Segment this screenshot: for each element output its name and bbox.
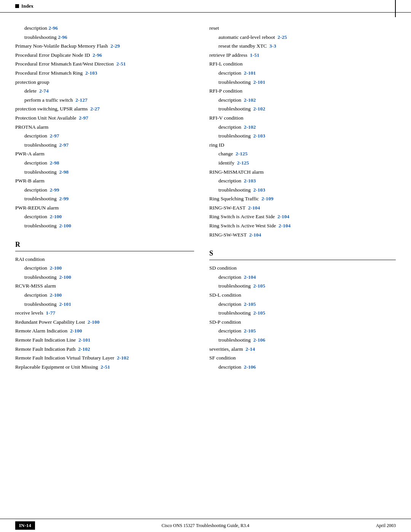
list-item: description 2-100 — [15, 291, 194, 299]
list-item: Remote Fault Indication Line 2-101 — [15, 336, 194, 344]
list-item: RFI-V condition — [209, 114, 396, 122]
left-column: description 2-96 troubleshooting 2-96 Pr… — [15, 24, 206, 372]
list-item: PROTNA alarm — [15, 123, 194, 131]
list-item: RFI-L condition — [209, 60, 396, 68]
list-item: description 2-102 — [209, 96, 396, 104]
list-item: troubleshooting 2-101 — [15, 300, 194, 308]
list-item: troubleshooting 2-100 — [15, 222, 194, 230]
list-item: description 2-97 — [15, 132, 194, 140]
list-item: description 2-105 — [209, 327, 396, 335]
list-item: RCVR-MISS alarm — [15, 282, 194, 290]
footer: IN-14 Cisco ONS 15327 Troubleshooting Gu… — [0, 519, 411, 532]
list-item: PWR-A alarm — [15, 150, 194, 158]
list-item: description 2-102 — [209, 123, 396, 131]
list-item: RFI-P condition — [209, 87, 396, 95]
list-item: Remote Fault Indication Virtual Tributar… — [15, 354, 194, 362]
section-divider — [15, 251, 194, 251]
list-item: troubleshooting 2-106 — [209, 336, 396, 344]
list-item: troubleshooting 2-100 — [15, 273, 194, 281]
list-item: PWR-B alarm — [15, 177, 194, 185]
section-letter-r: R — [15, 241, 194, 249]
top-bar: Index — [0, 0, 411, 13]
list-item: Ring Squelching Traffic 2-109 — [209, 195, 396, 203]
list-item: SD-P condition — [209, 318, 396, 326]
list-item: receive levels 1-77 — [15, 309, 194, 317]
section-letter-s: S — [209, 249, 396, 257]
list-item: change 2-125 — [209, 150, 396, 158]
list-item: description 2-99 — [15, 186, 194, 194]
list-item: description 2-98 — [15, 159, 194, 167]
list-item: SD condition — [209, 264, 396, 272]
index-label: Index — [15, 3, 33, 9]
list-item: Remote Alarm Indication 2-100 — [15, 327, 194, 335]
list-item: retrieve IP address 1-51 — [209, 51, 396, 59]
list-item: SF condition — [209, 354, 396, 362]
list-item: Remote Fault Indication Path 2-102 — [15, 345, 194, 353]
list-item: troubleshooting 2-105 — [209, 282, 396, 290]
list-item: troubleshooting 2-103 — [209, 186, 396, 194]
list-item: troubleshooting 2-102 — [209, 105, 396, 113]
list-item: troubleshooting 2-98 — [15, 168, 194, 176]
top-right-bar — [395, 0, 396, 17]
list-item: reseat the standby XTC 3-3 — [209, 42, 396, 50]
list-item: description 2-101 — [209, 69, 396, 77]
list-item: Procedural Error Duplicate Node ID 2-96 — [15, 51, 194, 59]
page: Index description 2-96 troubleshooting 2… — [0, 0, 411, 532]
list-item: Replaceable Equipment or Unit Missing 2-… — [15, 363, 194, 371]
list-item: SD-L condition — [209, 291, 396, 299]
list-item: description 2-104 — [209, 273, 396, 281]
list-item: Primary Non-Volatile Backup Memory Flash… — [15, 42, 194, 50]
section-divider-s — [209, 260, 396, 260]
list-item: Protection Unit Not Available 2-97 — [15, 114, 194, 122]
page-number: IN-14 — [15, 521, 35, 530]
footer-center-text: Cisco ONS 15327 Troubleshooting Guide, R… — [162, 523, 249, 529]
list-item: troubleshooting 2-96 — [15, 33, 194, 42]
list-item: RING-SW-EAST 2-104 — [209, 204, 396, 212]
list-item: Redundant Power Capability Lost 2-100 — [15, 318, 194, 326]
list-item: perform a traffic switch 2-127 — [15, 96, 194, 104]
list-item: description 2-100 — [15, 212, 194, 221]
list-item: troubleshooting 2-97 — [15, 141, 194, 149]
list-item: troubleshooting 2-101 — [209, 78, 396, 86]
list-item: RING-SW-WEST 2-104 — [209, 231, 396, 239]
list-item: RING-MISMATCH alarm — [209, 168, 396, 176]
list-item: automatic card-level reboot 2-25 — [209, 33, 396, 42]
list-item: troubleshooting 2-99 — [15, 195, 194, 203]
list-item: identify 2-125 — [209, 159, 396, 167]
list-item: Ring Switch is Active East Side 2-104 — [209, 212, 396, 221]
list-item: description 2-100 — [15, 264, 194, 272]
list-item: PWR-REDUN alarm — [15, 204, 194, 212]
list-item: description 2-106 — [209, 363, 396, 371]
list-item: troubleshooting 2-103 — [209, 132, 396, 140]
list-item: reset — [209, 24, 396, 32]
list-item: RAI condition — [15, 255, 194, 264]
list-item: description 2-96 — [15, 24, 194, 32]
list-item: description 2-105 — [209, 300, 396, 308]
list-item: troubleshooting 2-105 — [209, 309, 396, 317]
list-item: Procedural Error Mismatch Ring 2-103 — [15, 69, 194, 77]
main-content: description 2-96 troubleshooting 2-96 Pr… — [0, 13, 411, 402]
list-item: Procedural Error Mismatch East/West Dire… — [15, 60, 194, 68]
index-square-icon — [15, 4, 19, 8]
list-item: delete 2-74 — [15, 87, 194, 95]
list-item: description 2-103 — [209, 177, 396, 185]
list-item: protection group — [15, 78, 194, 86]
list-item: severities, alarm 2-14 — [209, 345, 396, 353]
list-item: protection switching, UPSR alarms 2-27 — [15, 105, 194, 113]
footer-date: April 2003 — [376, 523, 396, 529]
list-item: ring ID — [209, 141, 396, 149]
right-column: reset automatic card-level reboot 2-25 r… — [206, 24, 396, 372]
list-item: Ring Switch is Active West Side 2-104 — [209, 222, 396, 230]
